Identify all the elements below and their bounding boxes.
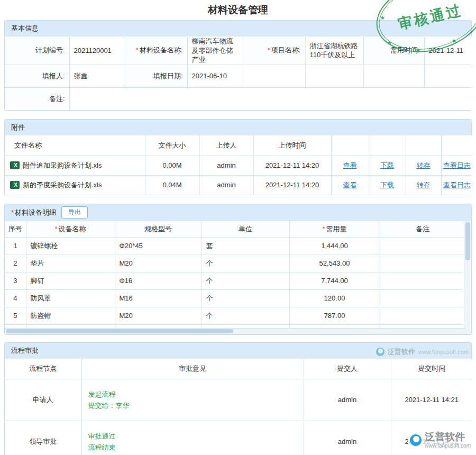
view-cell: 查看 xyxy=(331,175,369,195)
col-header-note: 备注 xyxy=(380,221,465,238)
unit-cell: 个 xyxy=(202,254,289,272)
note-cell xyxy=(380,289,465,307)
remark-label-cell: 备注: xyxy=(5,87,69,110)
transfer-link[interactable]: 转存 xyxy=(417,161,431,169)
transfer-cell: 转存 xyxy=(406,175,441,195)
col-header-action-2 xyxy=(369,135,406,156)
watermark-small: 泛普软件 www.fanpusoft.com xyxy=(376,347,469,357)
watermark-url: www.fanpusoft.com xyxy=(418,349,469,355)
material-name-value: 柳南汽车物流及零部件仓储产业 xyxy=(187,37,243,65)
details-section-header: * 材料设备明细 导出 xyxy=(5,204,471,221)
details-row: 2 垫片 M20 个 52,543.00 xyxy=(5,254,465,272)
uploader: admin xyxy=(199,175,253,195)
qty-cell: 787.00 xyxy=(289,307,380,324)
col-header-device-name: *设备名称 xyxy=(26,221,115,238)
attachments-header-row: 文件名称 文件大小 上传人 上传时间 xyxy=(5,135,472,156)
vertical-scrollbar-thumb[interactable] xyxy=(465,222,470,260)
remark-value xyxy=(69,87,472,110)
col-header-flow-node: 流程节点 xyxy=(5,359,81,379)
download-link[interactable]: 下载 xyxy=(380,181,394,189)
reporter-value: 张鑫 xyxy=(69,65,124,87)
approval-row: 领导审批 审批通过 流程结束 admin 2021-12-11 14:22 xyxy=(5,421,472,455)
col-header-seq: 序号 xyxy=(5,221,26,238)
empty-cell xyxy=(243,65,305,87)
opinion-cell: 审批通过 流程结束 xyxy=(81,421,304,455)
basic-info-table: 计划编号: 2021120001 *材料设备名称: 柳南汽车物流及零部件仓储产业… xyxy=(5,37,472,110)
upload-time: 2021-12-11 14:20 xyxy=(253,175,331,195)
flow-opinion-line: 审批通过 xyxy=(88,431,297,442)
watermark-brand: 泛普软件 xyxy=(388,347,415,357)
device-name-cell: 镀锌螺栓 xyxy=(26,237,115,254)
project-name-label-cell: *项目名称: xyxy=(243,37,305,65)
col-header-submitter: 提交人 xyxy=(304,359,391,379)
file-size: 0.00M xyxy=(145,156,199,175)
export-button[interactable]: 导出 xyxy=(61,206,88,218)
device-name-header-label: 设备名称 xyxy=(59,225,86,233)
device-name-cell: 防风罩 xyxy=(26,289,115,307)
col-header-action-4 xyxy=(441,135,472,156)
spec-cell: M20 xyxy=(115,254,202,272)
device-name-cell: 垫片 xyxy=(26,254,115,272)
plan-no-value: 2021120001 xyxy=(69,37,124,65)
details-table-viewport: 序号 *设备名称 规格型号 单位 *需用量 备注 1 镀锌螺栓 Φ20*45 套… xyxy=(5,221,465,329)
attachments-section: 附件 文件名称 文件大小 上传人 上传时间 X附件追加采购设备计划.xls xyxy=(4,119,472,195)
scrollbar-corner xyxy=(464,329,471,334)
basic-info-section: 基本信息 计划编号: 2021120001 *材料设备名称: 柳南汽车物流及零部… xyxy=(4,20,472,111)
material-name-label-cell: *材料设备名称: xyxy=(124,37,187,65)
spec-cell: Φ16 xyxy=(115,272,202,289)
col-header-file-name: 文件名称 xyxy=(5,135,145,156)
approval-section: 流程审批 流程节点 审批意见 提交人 提交时间 申请人 发起流程 提交给：李华 … xyxy=(4,342,472,455)
details-row: 4 防风罩 M16 个 120.00 xyxy=(5,289,465,307)
fanpu-logo-icon xyxy=(376,348,385,356)
device-name-cell: 防盗帽 xyxy=(26,307,115,324)
horizontal-scrollbar[interactable] xyxy=(5,328,465,334)
opinion-cell: 发起流程 提交给：李华 xyxy=(81,379,304,421)
attachment-row: X新的季度采购设备计划.xls 0.04M admin 2021-12-11 1… xyxy=(5,175,472,195)
empty-cell xyxy=(424,65,472,87)
approval-table: 流程节点 审批意见 提交人 提交时间 申请人 发起流程 提交给：李华 admin… xyxy=(5,359,472,455)
vertical-scrollbar[interactable] xyxy=(464,221,471,329)
seq-cell: 4 xyxy=(5,289,26,307)
view-link[interactable]: 查看 xyxy=(343,181,357,189)
remark-label: 备注: xyxy=(49,95,65,103)
transfer-link[interactable]: 转存 xyxy=(417,181,431,189)
flow-opinion-line: 提交给：李华 xyxy=(88,400,297,411)
seq-cell: 5 xyxy=(5,307,26,324)
attachments-table: 文件名称 文件大小 上传人 上传时间 X附件追加采购设备计划.xls 0.00M… xyxy=(5,135,472,195)
empty-cell xyxy=(363,65,424,87)
approval-section-title: 流程审批 xyxy=(11,347,39,354)
basic-info-row-1: 计划编号: 2021120001 *材料设备名称: 柳南汽车物流及零部件仓储产业… xyxy=(5,37,472,65)
note-cell xyxy=(380,237,465,254)
device-name-cell: 脚钉 xyxy=(26,272,115,289)
need-time-value: 2021-12-11 xyxy=(424,37,472,65)
spec-cell: M20 xyxy=(115,307,202,324)
flow-node: 申请人 xyxy=(5,379,81,421)
basic-info-row-3: 备注: xyxy=(5,87,472,110)
attachment-row: X附件追加采购设备计划.xls 0.00M admin 2021-12-11 1… xyxy=(5,156,472,175)
view-log-cell: 查看日志 xyxy=(441,175,472,195)
download-link[interactable]: 下载 xyxy=(380,161,394,169)
flow-opinion-line: 发起流程 xyxy=(88,389,297,400)
fanpu-logo-icon xyxy=(410,434,422,446)
excel-icon: X xyxy=(10,161,20,169)
view-log-link[interactable]: 查看日志 xyxy=(443,161,471,169)
view-log-link[interactable]: 查看日志 xyxy=(443,181,471,189)
details-table-area: 序号 *设备名称 规格型号 单位 *需用量 备注 1 镀锌螺栓 Φ20*45 套… xyxy=(5,221,471,334)
view-link[interactable]: 查看 xyxy=(343,161,357,169)
details-section: * 材料设备明细 导出 序号 *设备名称 规格型号 单位 *需用量 xyxy=(4,204,472,335)
seq-cell: 1 xyxy=(5,237,26,254)
flow-node: 领导审批 xyxy=(5,421,81,455)
horizontal-scrollbar-thumb[interactable] xyxy=(6,329,233,333)
report-date-value: 2021-06-10 xyxy=(187,65,243,87)
details-row: 5 防盗帽 M20 个 787.00 xyxy=(5,307,465,324)
unit-cell: 套 xyxy=(202,237,289,254)
plan-no-label-cell: 计划编号: xyxy=(5,37,69,65)
seq-cell: 2 xyxy=(5,254,26,272)
details-section-title: 材料设备明细 xyxy=(15,204,56,221)
col-header-qty: *需用量 xyxy=(289,221,380,238)
spec-cell: M16 xyxy=(115,289,202,307)
watermark-brand: 泛普软件 xyxy=(425,432,471,443)
project-name-label: 项目名称: xyxy=(271,46,301,54)
note-cell xyxy=(380,272,465,289)
watermark-large: 泛普软件 www.fanpusoft.com xyxy=(408,431,473,450)
